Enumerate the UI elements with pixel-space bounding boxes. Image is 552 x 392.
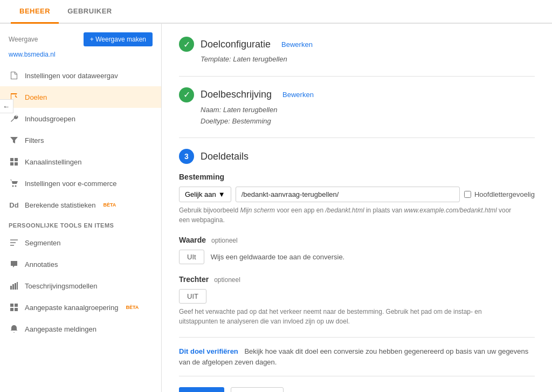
sidebar-item-label: Berekende statistieken [25,201,96,209]
back-icon: ← [3,102,10,111]
doeltype-label: Doeltype: [201,117,230,125]
wrench-icon [9,113,19,124]
sidebar-item-label: Aangepaste kanaalgroepering [25,304,118,312]
sidebar-item-ecommerce[interactable]: Instellingen voor e-commerce [0,173,161,194]
svg-rect-0 [10,158,13,161]
waarde-toggle-label: UIt [187,253,196,261]
sidebar-item-label: Aangepaste meldingen [25,325,96,333]
doelconfiguratie-check-icon: ✓ [179,37,194,52]
doelbeschrijving-check-icon: ✓ [179,87,194,102]
weergave-label: Weergave [9,36,38,43]
sidebar-item-label: Filters [25,136,44,145]
main-layout: Weergave + Weergave maken www.bsmedia.nl… [0,24,552,392]
action-buttons-row: Opslaan Annuleren [179,387,535,392]
comment-icon [9,259,19,270]
bestemming-row: Gelijk aan ▼ Hoofdlettergevoelig [179,187,535,202]
svg-rect-1 [15,158,18,161]
grid2-icon [9,302,19,313]
hoofdlettergevoelig-checkbox[interactable] [464,191,471,198]
doelconfiguratie-title: Doelconfiguratie [201,39,271,50]
nav-gebruiker[interactable]: GEBRUIKER [59,0,121,24]
verify-section: Dit doel verifiëren Bekijk hoe vaak dit … [179,337,535,376]
sidebar-item-aangepaste-meldingen[interactable]: Aangepaste meldingen [0,318,161,340]
trechter-field-group: Trechter optioneel UIT Geef het verwacht… [179,275,535,326]
svg-rect-2 [10,162,13,166]
bestemming-label: Bestemming [179,173,535,181]
waarde-hint: Wijs een geldwaarde toe aan de conversie… [211,253,345,261]
sidebar-item-label: Doelen [25,93,47,101]
sidebar-item-label: Segmenten [25,239,61,247]
cancel-button[interactable]: Annuleren [231,387,283,392]
sidebar-item-label: Inhoudsgroepen [25,115,75,123]
sidebar-item-label: Annotaties [25,260,58,269]
template-value: Laten terugbellen [233,55,287,63]
sidebar-item-toeschrijvingsmodellen[interactable]: Toeschrijvingsmodellen [0,275,161,297]
sidebar-item-segmenten[interactable]: Segmenten [0,232,161,253]
trechter-hint: Geef het verwachte pad op dat het verkee… [179,307,513,326]
sidebar-item-label: Instellingen voor dataweergav [25,72,118,80]
sidebar-item-label: Instellingen voor e-commerce [25,180,117,188]
trechter-toggle-row: UIT [179,289,535,304]
sidebar-item-label: Kanaalinstellingen [25,158,82,166]
doeldetails-header: 3 Doeldetails [179,149,535,164]
file-icon [9,70,19,81]
doelbeschrijving-header: ✓ Doelbeschrijving Bewerken [179,87,535,102]
svg-rect-12 [10,308,13,311]
trechter-toggle-label: UIT [187,292,198,300]
bell-icon [9,324,19,334]
trechter-label: Trechter optioneel [179,275,535,284]
doeldetails-section: 3 Doeldetails Bestemming Gelijk aan ▼ Ho… [179,149,535,392]
svg-rect-8 [15,283,16,290]
grid-icon [9,156,19,167]
waarde-field-group: Waarde optioneel UIt Wijs een geldwaarde… [179,236,535,264]
naam-value: Laten terugbellen [223,106,277,114]
doelbeschrijving-edit-link[interactable]: Bewerken [282,91,314,99]
sidebar-url[interactable]: www.bsmedia.nl [0,51,161,65]
sidebar-item-annotaties[interactable]: Annotaties [0,253,161,275]
sidebar-item-berekende-statistieken[interactable]: Dd Berekende statistieken BÈTA [0,194,161,216]
bestemming-field-group: Bestemming Gelijk aan ▼ Hoofdlettergevoe… [179,173,535,225]
gelijk-aan-label: Gelijk aan [185,190,216,198]
top-navigation: BEHEER GEBRUIKER [0,0,552,24]
sidebar-item-filters[interactable]: Filters [0,129,161,151]
dd-icon: Dd [9,200,19,210]
sidebar-item-aangepaste-kanaalgroepering[interactable]: Aangepaste kanaalgroepering BÈTA [0,297,161,318]
naam-label: Naam: [201,106,221,114]
segments-icon [9,237,19,248]
verify-link[interactable]: Dit doel verifiëren [179,347,238,355]
gelijk-aan-select[interactable]: Gelijk aan ▼ [179,187,231,202]
nav-beheer[interactable]: BEHEER [11,0,59,24]
svg-point-4 [12,185,14,187]
svg-rect-3 [15,162,18,166]
doelbeschrijving-title: Doelbeschrijving [201,89,272,100]
svg-rect-9 [17,282,18,290]
doeltype-value: Bestemming [232,117,271,125]
hoofdlettergevoelig-label: Hoofdlettergevoelig [474,190,535,198]
sidebar-item-instellingen-dataweergave[interactable]: Instellingen voor dataweergav [0,65,161,86]
waarde-toggle-button[interactable]: UIt [179,250,204,264]
doelbeschrijving-meta: Naam: Laten terugbellen Doeltype: Bestem… [179,105,535,127]
save-button[interactable]: Opslaan [179,387,224,392]
doelconfiguratie-header: ✓ Doelconfiguratie Bewerken [179,37,535,52]
sidebar-item-doelen[interactable]: Doelen [0,86,161,108]
beta-badge-kanaal: BÈTA [126,305,139,310]
content-area: ✓ Doelconfiguratie Bewerken Template: La… [162,24,552,392]
sidebar-header: Weergave + Weergave maken [0,32,161,51]
url-input[interactable] [236,187,460,202]
svg-rect-6 [10,286,12,290]
doeldetails-title: Doeldetails [201,151,249,162]
doelconfiguratie-edit-link[interactable]: Bewerken [281,40,313,49]
waarde-label: Waarde optioneel [179,236,535,244]
create-weergave-button[interactable]: + Weergave maken [84,32,153,46]
sidebar-item-label: Toeschrijvingsmodellen [25,282,97,290]
sidebar-item-kanaalinstellingen[interactable]: Kanaalinstellingen [0,151,161,173]
svg-point-5 [15,185,17,187]
doelbeschrijving-section: ✓ Doelbeschrijving Bewerken Naam: Laten … [179,87,535,139]
sidebar-item-inhoudsgroepen[interactable]: Inhoudsgroepen [0,108,161,129]
step-number: 3 [179,149,194,164]
svg-rect-10 [10,304,13,307]
back-arrow-button[interactable]: ← [0,99,13,113]
trechter-toggle-button[interactable]: UIT [179,289,206,304]
bestemming-hint: Gebruik bijvoorbeeld Mijn scherm voor ee… [179,205,513,225]
waarde-optional: optioneel [211,237,238,244]
